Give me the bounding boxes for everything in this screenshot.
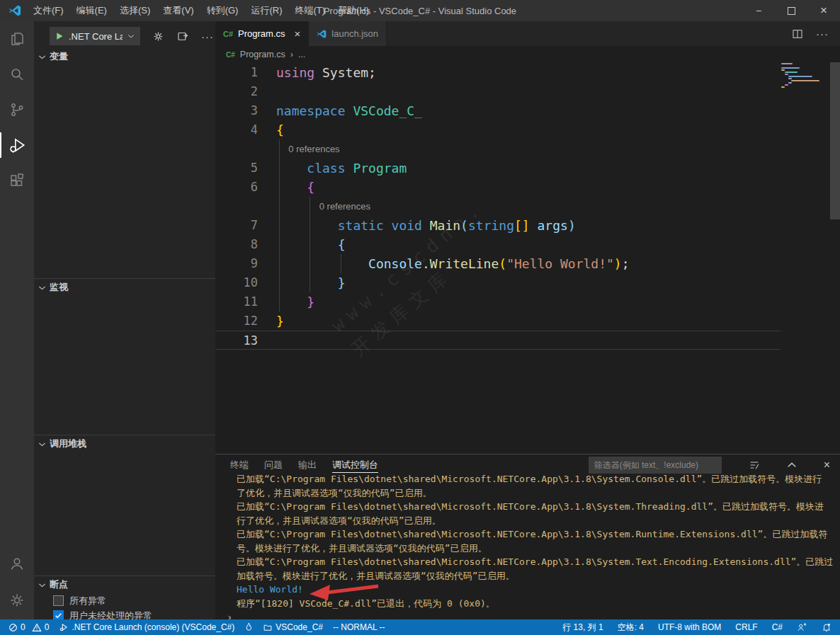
folder-status[interactable]: VSCode_C# (263, 622, 323, 632)
section-label: 断点 (50, 578, 68, 591)
minimap-line (788, 82, 792, 84)
panel-tab-terminal[interactable]: 终端 (230, 454, 249, 475)
tab-program-cs[interactable]: C# Program.cs × (215, 21, 309, 46)
play-icon[interactable] (55, 32, 64, 40)
breadcrumb-file[interactable]: Program.cs (240, 50, 285, 59)
extensions-icon[interactable] (0, 163, 34, 198)
close-icon[interactable]: × (807, 0, 840, 21)
maximize-panel-icon[interactable] (787, 460, 797, 470)
minimap-line (781, 63, 793, 64)
code-row[interactable]: 1using System; (215, 63, 840, 82)
section-header-callstack[interactable]: 调用堆栈 (34, 435, 215, 452)
breadcrumb-separator: › (290, 50, 293, 59)
menu-file[interactable]: 文件(F) (27, 0, 70, 21)
section-label: 变量 (50, 50, 68, 63)
codelens-label[interactable]: 0 references (258, 139, 340, 159)
split-editor-icon[interactable] (792, 28, 803, 40)
maximize-icon[interactable] (775, 0, 807, 21)
console-input-prompt[interactable]: › (227, 611, 840, 619)
minimap-line (781, 67, 800, 69)
code-row[interactable]: 12} (215, 311, 840, 331)
settings-gear-icon[interactable] (0, 581, 34, 619)
line-number (215, 139, 258, 159)
eol-status[interactable]: CRLF (735, 622, 757, 632)
panel-tab-output[interactable]: 输出 (298, 454, 317, 475)
editor-group: C# Program.cs × launch.json ··· C# Progr… (215, 21, 840, 454)
chevron-down-icon (38, 284, 46, 292)
indent-guide (310, 197, 310, 292)
code-row[interactable]: 11 } (215, 292, 840, 311)
editor-scrollbar[interactable] (830, 62, 840, 219)
console-filter-input[interactable] (589, 457, 722, 474)
breadcrumb-symbol[interactable]: ... (298, 50, 305, 59)
code-row[interactable]: 5 class Program (215, 159, 840, 178)
csharp-file-icon: C# (226, 51, 235, 59)
line-number: 6 (215, 178, 258, 197)
minimap[interactable] (781, 63, 831, 88)
code-row[interactable]: 4{ (215, 120, 840, 139)
bell-icon (822, 622, 832, 632)
minimize-icon[interactable]: − (742, 0, 775, 21)
vim-mode-indicator[interactable]: -- NORMAL -- (333, 622, 385, 632)
section-label: 调用堆栈 (50, 437, 86, 450)
flame-status[interactable] (244, 622, 253, 632)
code-row[interactable]: 6 { (215, 178, 840, 197)
code-editor[interactable]: 1using System;23namespace VSCode_C_4{0 r… (215, 63, 840, 454)
code-row[interactable]: 13 (215, 331, 781, 350)
close-tab-icon[interactable]: × (295, 28, 301, 40)
code-row[interactable]: 2 (215, 82, 840, 101)
menu-view[interactable]: 查看(V) (157, 0, 200, 21)
line-number: 9 (215, 254, 258, 273)
more-actions-icon[interactable]: ··· (816, 28, 829, 40)
run-debug-icon[interactable] (0, 127, 34, 163)
menu-run[interactable]: 运行(R) (244, 0, 288, 21)
menu-selection[interactable]: 选择(S) (113, 0, 157, 21)
encoding-status[interactable]: UTF-8 with BOM (658, 622, 721, 632)
language-mode[interactable]: C# (772, 622, 783, 632)
section-header-watch[interactable]: 监视 (34, 279, 215, 296)
more-actions-icon[interactable]: ··· (201, 30, 214, 42)
breakpoint-all-exceptions[interactable]: 所有异常 (34, 593, 215, 608)
console-line: 号。模块进行了优化，并且调试器选项“仅我的代码”已启用。 (237, 542, 840, 556)
codelens-label[interactable]: 0 references (258, 197, 370, 216)
panel-tab-debug-console[interactable]: 调试控制台 (332, 454, 378, 475)
line-number: 3 (215, 101, 258, 120)
search-icon[interactable] (0, 57, 34, 92)
line-number: 13 (215, 331, 258, 349)
line-number: 4 (215, 120, 258, 139)
codelens-row[interactable]: 0 references (215, 139, 840, 159)
code-row[interactable]: 3namespace VSCode_C_ (215, 101, 840, 120)
close-panel-icon[interactable]: × (824, 459, 830, 471)
cursor-position[interactable]: 行 13, 列 1 (562, 622, 603, 634)
debug-config-label: .NET Core Lau (69, 31, 123, 42)
minimap-line (785, 74, 788, 75)
minimap-line (781, 69, 785, 71)
folder-icon (263, 623, 273, 632)
breadcrumb[interactable]: C# Program.cs › ... (215, 46, 840, 63)
debug-launch-status[interactable]: .NET Core Launch (console) (VSCode_C#) (59, 622, 234, 632)
section-header-variables[interactable]: 变量 (34, 48, 215, 65)
menu-edit[interactable]: 编辑(E) (70, 0, 113, 21)
clear-console-icon[interactable] (749, 459, 760, 471)
window-title: Program.cs - VSCode_C# - Visual Studio C… (324, 6, 516, 16)
chevron-down-icon (38, 440, 46, 448)
gear-icon[interactable] (152, 30, 164, 42)
line-number: 5 (215, 159, 258, 178)
checkbox-unchecked[interactable] (53, 595, 64, 606)
feedback-status[interactable] (797, 622, 807, 632)
problems-status[interactable]: 0 0 (8, 622, 49, 632)
indentation-status[interactable]: 空格: 4 (618, 622, 644, 634)
menu-goto[interactable]: 转到(G) (200, 0, 245, 21)
debug-console-icon[interactable] (176, 30, 189, 42)
notifications-status[interactable] (822, 622, 832, 632)
section-header-breakpoints[interactable]: 断点 (34, 576, 215, 593)
debug-config-select[interactable]: .NET Core Lau (50, 27, 140, 45)
panel-tab-problems[interactable]: 问题 (264, 454, 283, 475)
minimap-line (788, 78, 792, 79)
section-breakpoints: 断点 所有异常 用户未经处理的异常 (34, 576, 215, 623)
account-icon[interactable] (0, 546, 34, 581)
console-line: 已加载“C:\Program Files\dotnet\shared\Micro… (237, 527, 840, 542)
tab-launch-json[interactable]: launch.json (309, 21, 387, 46)
source-control-icon[interactable] (0, 92, 34, 127)
explorer-icon[interactable] (0, 21, 34, 57)
